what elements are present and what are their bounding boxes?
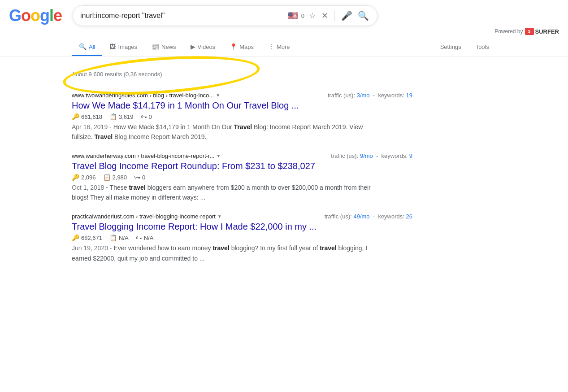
snippet-dash: - — [110, 244, 114, 252]
traffic-value: 3/mo — [357, 92, 370, 99]
metrics-row: 🔑 2,096 📋 2,980 🗝 0 — [72, 174, 412, 181]
dropdown-arrow[interactable]: ▼ — [216, 93, 220, 98]
metric-1: 📋 3,619 — [109, 113, 134, 120]
traffic-value: 9/mo — [360, 152, 373, 159]
tab-news[interactable]: 📰 News — [144, 39, 183, 56]
tab-all[interactable]: 🔍 All — [72, 39, 102, 56]
tab-images-label: Images — [118, 44, 137, 50]
surfer-brand: SURFER — [535, 28, 559, 35]
page-icon: 📋 — [103, 174, 111, 181]
more-icon: ⋮ — [268, 43, 274, 50]
tools-tab[interactable]: Tools — [468, 39, 496, 56]
surfer-logo: S SURFER — [525, 28, 559, 35]
oldkey-icon: 🗝 — [134, 174, 140, 181]
metric-value-1: N/A — [119, 235, 129, 241]
powered-by-label: Powered by — [494, 28, 523, 35]
oldkey-icon: 🗝 — [136, 234, 142, 241]
oldkey-icon: 🗝 — [141, 113, 147, 120]
result-url-text: www.twowanderingsoles.com › blog › trave… — [72, 92, 214, 99]
results-area: About 9 600 results (0,36 seconds) www.t… — [0, 57, 568, 267]
traffic-info: traffic (us): 3/mo - keywords: 19 — [328, 92, 412, 99]
tab-more-label: More — [277, 44, 290, 50]
result-url: www.wanderherway.com › travel-blog-incom… — [72, 152, 221, 159]
dropdown-arrow[interactable]: ▼ — [217, 214, 222, 219]
tab-all-label: All — [89, 44, 95, 50]
key-icon: 🔑 — [72, 113, 79, 120]
tab-news-label: News — [161, 44, 176, 50]
traffic-info: traffic (us): 49/mo - keywords: 26 — [325, 213, 412, 220]
star-button[interactable]: ☆ — [308, 10, 317, 22]
tab-maps-label: Maps — [239, 44, 254, 50]
search-bar: 🇺🇸 0 ☆ ✕ 🎤 🔍 — [73, 5, 377, 26]
result-snippet: Apr 16, 2019 - How We Made $14,179 in 1 … — [72, 122, 377, 142]
search-bar-wrapper: 🇺🇸 0 ☆ ✕ 🎤 🔍 — [73, 5, 377, 26]
snippet-dash: - — [109, 123, 113, 131]
dropdown-arrow[interactable]: ▼ — [216, 153, 221, 158]
result-date: Oct 1, 2018 — [72, 184, 104, 191]
result-snippet: Jun 19, 2020 - Ever wondered how to earn… — [72, 243, 377, 263]
metric-value-1: 3,619 — [119, 113, 134, 120]
keywords-value: 26 — [406, 213, 412, 220]
clear-button[interactable]: ✕ — [321, 10, 329, 22]
result-url-row: www.twowanderingsoles.com › blog › trave… — [72, 92, 412, 99]
metric-value-0: 661,618 — [81, 113, 102, 120]
metrics-row: 🔑 661,618 📋 3,619 🗝 0 — [72, 113, 412, 120]
result-url: www.twowanderingsoles.com › blog › trave… — [72, 92, 220, 99]
metric-1: 📋 2,980 — [103, 174, 127, 181]
keywords-value: 19 — [406, 92, 412, 99]
results-stats-row: About 9 600 results (0,36 seconds) — [72, 60, 496, 85]
result-url-text: practicalwanderlust.com › travel-bloggin… — [72, 213, 216, 220]
settings-tab[interactable]: Settings — [433, 39, 468, 56]
metric-value-1: 2,980 — [113, 174, 127, 181]
keywords-label: keywords: — [382, 152, 408, 159]
flag-icon: 🇺🇸 — [288, 11, 298, 21]
metric-0: 🔑 661,618 — [72, 113, 102, 120]
settings-label: Settings — [440, 44, 461, 50]
metric-value-0: 682,671 — [81, 235, 102, 241]
maps-icon: 📍 — [230, 43, 237, 50]
metric-2: 🗝 N/A — [136, 234, 154, 241]
keywords-value: 9 — [409, 152, 412, 159]
result-title[interactable]: How We Made $14,179 in 1 Month On Our Tr… — [72, 100, 412, 111]
tools-label: Tools — [476, 44, 489, 50]
metric-value-2: 0 — [149, 113, 152, 120]
search-input[interactable] — [80, 12, 283, 20]
mic-button[interactable]: 🎤 — [340, 9, 353, 22]
traffic-info: traffic (us): 9/mo - keywords: 9 — [331, 152, 412, 159]
result-url: practicalwanderlust.com › travel-bloggin… — [72, 213, 222, 220]
key-icon: 🔑 — [72, 174, 79, 181]
result-url-row: www.wanderherway.com › travel-blog-incom… — [72, 152, 412, 159]
news-icon: 📰 — [152, 43, 159, 50]
flag-badge: 0 — [301, 13, 304, 19]
result-item: www.twowanderingsoles.com › blog › trave… — [72, 85, 412, 145]
result-date: Apr 16, 2019 — [72, 123, 108, 131]
results-stats: About 9 600 results (0,36 seconds) — [72, 65, 162, 81]
header: Google 🇺🇸 0 ☆ ✕ 🎤 🔍 — [0, 0, 568, 26]
metric-0: 🔑 2,096 — [72, 174, 96, 181]
result-item: practicalwanderlust.com › travel-bloggin… — [72, 206, 412, 266]
snippet-dash: - — [106, 184, 109, 191]
metric-2: 🗝 0 — [134, 174, 145, 181]
annotation-wrapper: About 9 600 results (0,36 seconds) — [72, 65, 162, 81]
traffic-label: traffic (us): — [331, 152, 358, 159]
metric-value-2: 0 — [142, 174, 145, 181]
tab-maps[interactable]: 📍 Maps — [222, 39, 261, 56]
traffic-value: 49/mo — [353, 213, 369, 220]
tab-videos[interactable]: ▶ Videos — [183, 39, 223, 56]
tab-more[interactable]: ⋮ More — [261, 39, 297, 56]
result-url-row: practicalwanderlust.com › travel-bloggin… — [72, 213, 412, 220]
traffic-label: traffic (us): — [325, 213, 352, 220]
result-title[interactable]: Travel Blogging Income Report: How I Mad… — [72, 221, 412, 232]
metric-value-0: 2,096 — [81, 174, 96, 181]
google-logo: Google — [9, 6, 62, 25]
result-url-text: www.wanderherway.com › travel-blog-incom… — [72, 152, 214, 159]
keywords-label: keywords: — [378, 92, 404, 99]
nav-tabs: 🔍 All 🖼 Images 📰 News ▶ Videos 📍 Maps ⋮ … — [0, 35, 568, 57]
search-button[interactable]: 🔍 — [357, 9, 370, 22]
result-title[interactable]: Travel Blog Income Report Roundup: From … — [72, 160, 412, 172]
tab-images[interactable]: 🖼 Images — [102, 39, 144, 56]
metric-value-2: N/A — [144, 235, 154, 241]
tab-videos-label: Videos — [198, 44, 216, 50]
metrics-row: 🔑 682,671 📋 N/A 🗝 N/A — [72, 234, 412, 241]
divider-line — [334, 10, 335, 21]
